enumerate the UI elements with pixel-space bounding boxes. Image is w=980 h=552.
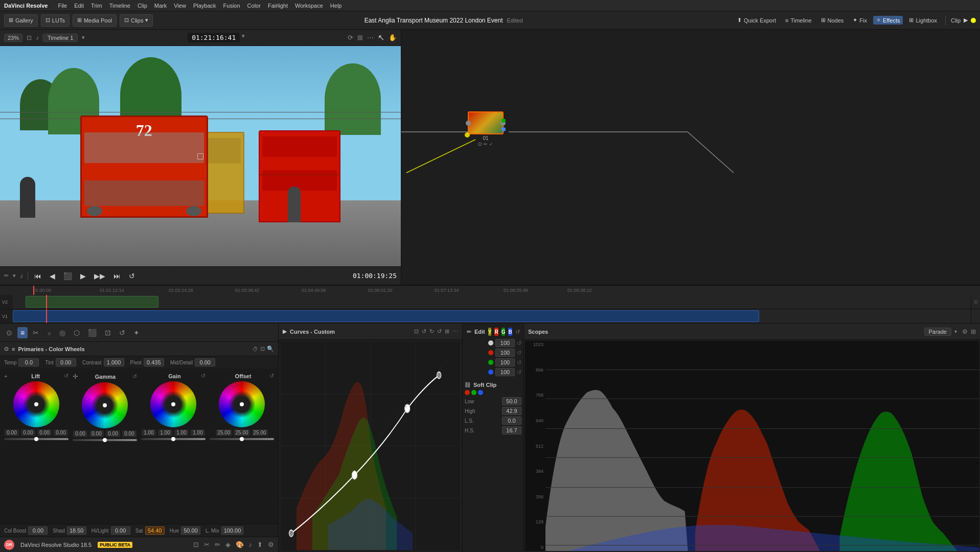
l-mix-value[interactable]: 100.00 xyxy=(221,526,244,535)
edit-mode-icon[interactable]: ✏ xyxy=(215,541,220,548)
gain-color-wheel[interactable] xyxy=(150,381,196,427)
tracker-tool[interactable]: ↺ xyxy=(116,327,128,338)
step-forward-button[interactable]: ▶▶ xyxy=(92,271,107,281)
curves-more-icon[interactable]: ⋯ xyxy=(452,328,458,335)
mid-detail-value[interactable]: 0.00 xyxy=(195,358,215,366)
scopes-dropdown-chevron[interactable]: ▾ xyxy=(954,329,957,334)
settings-icon[interactable]: ⚙ xyxy=(268,541,274,548)
blue-value[interactable]: 100 xyxy=(495,368,515,376)
hilight-value[interactable]: 0.00 xyxy=(111,526,130,535)
offset-reset[interactable]: ↺ xyxy=(269,373,274,379)
gamma-color-wheel[interactable] xyxy=(82,382,128,428)
tint-value[interactable]: 0.00 xyxy=(56,358,76,366)
menu-clip[interactable]: Clip xyxy=(138,3,147,9)
fusion-icon[interactable]: ◈ xyxy=(225,541,231,548)
sc-low-value[interactable]: 50.0 xyxy=(502,397,521,405)
red-reset[interactable]: ↺ xyxy=(517,350,521,356)
clips-button[interactable]: ⊡ Clips ▾ xyxy=(120,14,153,27)
polygon-tool[interactable]: ⬡ xyxy=(71,327,83,338)
chan-y-button[interactable]: Y xyxy=(488,328,492,336)
ctrl-chevron[interactable]: ▾ xyxy=(13,272,16,279)
color-icon[interactable]: 🎨 xyxy=(236,541,244,548)
deliver-icon[interactable]: ⬆ xyxy=(257,541,263,548)
timeline-chevron[interactable]: ▾ xyxy=(82,34,85,41)
blur-tool[interactable]: ⬛ xyxy=(85,327,100,338)
menu-color[interactable]: Color xyxy=(247,3,261,9)
play-button[interactable]: ▶ xyxy=(78,271,88,281)
cursor-tool-icon[interactable]: ↖ xyxy=(378,33,384,42)
timeline-mode-button[interactable]: ≡ Timeline xyxy=(782,16,815,25)
curves-expand-icon[interactable]: ⊡ xyxy=(414,328,419,335)
viewer-grid-icon[interactable]: ⊞ xyxy=(357,34,363,41)
v2-clip[interactable] xyxy=(26,296,158,308)
temp-value[interactable]: 0.0 xyxy=(18,358,39,366)
v1-clip-main[interactable] xyxy=(13,310,759,322)
timeline-selector[interactable]: Timeline 1 xyxy=(43,34,78,42)
lift-reset[interactable]: ↺ xyxy=(64,373,69,379)
sc-hs-value[interactable]: 16.7 xyxy=(502,426,521,434)
red-value[interactable]: 100 xyxy=(495,349,515,357)
color-wheel-tool[interactable]: ⊙ xyxy=(3,327,15,338)
menu-trim[interactable]: Trim xyxy=(91,3,102,9)
soft-clip-blue[interactable] xyxy=(478,390,483,395)
curves-undo-icon[interactable]: ↺ xyxy=(422,328,426,335)
skip-forward-button[interactable]: ⏭ xyxy=(111,271,123,281)
menu-edit[interactable]: Edit xyxy=(74,3,84,9)
curves-play-icon[interactable]: ▶ xyxy=(283,328,287,335)
shad-value[interactable]: 18.50 xyxy=(67,526,86,535)
contrast-value[interactable]: 1.000 xyxy=(104,358,124,366)
timeline-ruler[interactable]: 01:00:00 01:01:12:14 01:02:24:28 01:03:3… xyxy=(0,286,980,295)
white-value[interactable]: 100 xyxy=(495,339,515,347)
color-bars-tool[interactable]: ≡ xyxy=(17,327,28,338)
blue-reset[interactable]: ↺ xyxy=(517,369,521,376)
viewer-dots-icon[interactable]: ⋯ xyxy=(367,34,374,41)
effects-mode-button[interactable]: ✧ Effects xyxy=(873,16,903,25)
audio-ctrl-icon[interactable]: ♪ xyxy=(20,272,24,280)
menu-file[interactable]: File xyxy=(58,3,67,9)
curves-reset-icon[interactable]: ↺ xyxy=(437,328,442,335)
gamma-crosshair-icon[interactable]: ✛ xyxy=(73,373,78,380)
menu-fairlight[interactable]: Fairlight xyxy=(268,3,288,9)
zoom-control[interactable]: 23% xyxy=(4,34,22,42)
soft-clip-green[interactable] xyxy=(471,390,476,395)
media-icon[interactable]: ⊡ xyxy=(193,541,199,548)
curves-canvas[interactable] xyxy=(281,342,460,550)
hand-tool-icon[interactable]: ✋ xyxy=(389,34,397,41)
sat-value[interactable]: 54.40 xyxy=(145,526,165,535)
menu-playback[interactable]: Playback xyxy=(193,3,216,9)
gain-reset[interactable]: ↺ xyxy=(201,373,206,379)
primaries-bars-icon2[interactable]: ⊡ xyxy=(260,346,265,352)
white-reset[interactable]: ↺ xyxy=(517,340,521,347)
viewer-fit-icon[interactable]: ⊡ xyxy=(27,34,32,41)
nodes-area[interactable]: 01 ⊡ ✏ ✓ xyxy=(401,30,980,285)
gallery-button[interactable]: ⊞ Gallery xyxy=(4,14,38,27)
green-reset[interactable]: ↺ xyxy=(517,359,521,366)
step-back-button[interactable]: ◀ xyxy=(48,271,57,281)
pivot-value[interactable]: 0.435 xyxy=(144,358,164,366)
stop-button[interactable]: ⬛ xyxy=(61,271,74,281)
green-value[interactable]: 100 xyxy=(495,358,515,366)
edit-reset[interactable]: ↺ xyxy=(515,329,520,335)
menu-timeline[interactable]: Timeline xyxy=(109,3,130,9)
chan-b-button[interactable]: B xyxy=(508,328,512,336)
menu-workspace[interactable]: Workspace xyxy=(295,3,323,9)
scopes-expand-icon[interactable]: ⊞ xyxy=(971,328,976,335)
track-v1-content[interactable] xyxy=(13,309,971,323)
col-boost-value[interactable]: 0.00 xyxy=(28,526,48,535)
gain-slider[interactable] xyxy=(141,438,206,440)
lightbox-button[interactable]: ⊞ Lightbox xyxy=(906,16,940,25)
offset-color-wheel[interactable] xyxy=(219,381,265,427)
chan-r-button[interactable]: R xyxy=(494,328,498,336)
track-v2-content[interactable] xyxy=(13,295,971,309)
key-tool[interactable]: ⊡ xyxy=(102,327,114,338)
lift-add-icon[interactable]: + xyxy=(4,373,7,379)
viewer-timecode[interactable]: 01:21:16:41 xyxy=(188,33,240,42)
nodes-mode-button[interactable]: ⊞ Nodes xyxy=(818,16,847,25)
viewer-audio-icon[interactable]: ♪ xyxy=(36,34,39,41)
sc-ls-value[interactable]: 0.0 xyxy=(502,417,521,425)
curves-redo-icon[interactable]: ↻ xyxy=(429,328,434,335)
chan-g-button[interactable]: G xyxy=(502,328,506,336)
node-01[interactable]: 01 ⊡ ✏ ✓ xyxy=(468,111,504,147)
loop-button[interactable]: ↺ xyxy=(127,271,137,281)
fairlight-icon[interactable]: ♪ xyxy=(249,541,253,548)
